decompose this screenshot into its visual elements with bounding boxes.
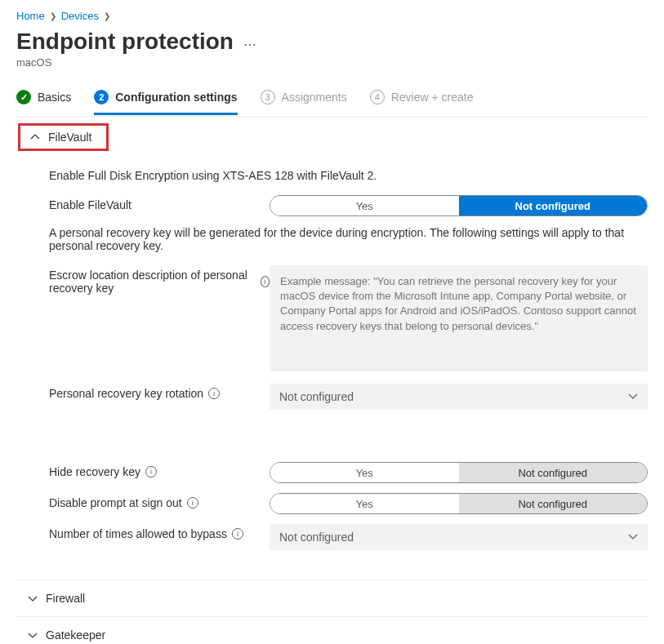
filevault-description-1: Enable Full Disk Encryption using XTS-AE… (49, 169, 648, 182)
page-subtitle: macOS (16, 56, 648, 69)
toggle-yes[interactable]: Yes (270, 196, 459, 215)
wizard-tabs: Basics 2 Configuration settings 3 Assign… (16, 90, 648, 116)
section-header-gatekeeper[interactable]: Gatekeeper (16, 616, 648, 644)
bypass-value: Not configured (279, 531, 354, 544)
step-4-icon: 4 (370, 90, 385, 104)
info-icon[interactable]: i (261, 276, 270, 287)
section-header-firewall[interactable]: Firewall (16, 580, 648, 616)
chevron-down-icon (628, 390, 638, 403)
hide-recovery-key-label: Hide recovery key (49, 465, 140, 478)
info-icon[interactable]: i (232, 528, 243, 540)
toggle-yes[interactable]: Yes (270, 463, 459, 482)
step-2-icon: 2 (94, 90, 109, 104)
breadcrumb-devices[interactable]: Devices (61, 10, 99, 22)
section-title-firewall: Firewall (46, 592, 85, 605)
section-title-filevault: FileVault (48, 131, 91, 144)
toggle-yes[interactable]: Yes (270, 494, 459, 513)
filevault-description-2: A personal recovery key will be generate… (49, 226, 648, 252)
chevron-down-icon (28, 630, 38, 640)
section-title-gatekeeper: Gatekeeper (46, 628, 105, 642)
tab-config-label: Configuration settings (115, 91, 237, 104)
disable-prompt-label: Disable prompt at sign out (49, 496, 182, 509)
rotation-select[interactable]: Not configured (270, 384, 648, 410)
info-icon[interactable]: i (145, 466, 157, 477)
info-icon[interactable]: i (208, 388, 220, 399)
toggle-not-configured[interactable]: Not configured (459, 196, 648, 215)
breadcrumb-home[interactable]: Home (16, 10, 45, 22)
toggle-not-configured[interactable]: Not configured (459, 463, 648, 482)
chevron-right-icon: ❯ (50, 11, 56, 20)
rotation-value: Not configured (279, 390, 354, 403)
bypass-select[interactable]: Not configured (270, 524, 648, 550)
tab-assign-label: Assignments (282, 91, 347, 104)
rotation-label: Personal recovery key rotation (49, 387, 203, 400)
tab-basics-label: Basics (38, 91, 71, 104)
chevron-down-icon (628, 531, 638, 544)
step-3-icon: 3 (261, 90, 275, 104)
toggle-not-configured[interactable]: Not configured (459, 494, 648, 513)
enable-filevault-label: Enable FileVault (49, 198, 131, 211)
escrow-location-textarea[interactable] (270, 265, 648, 371)
chevron-up-icon (30, 132, 40, 142)
info-icon[interactable]: i (187, 497, 198, 509)
page-title: Endpoint protection (16, 29, 234, 55)
breadcrumb: Home ❯ Devices ❯ (16, 7, 648, 25)
chevron-right-icon: ❯ (104, 11, 110, 20)
enable-filevault-toggle[interactable]: Yes Not configured (270, 195, 648, 216)
chevron-down-icon (28, 593, 38, 603)
check-icon (16, 90, 31, 104)
tab-assignments[interactable]: 3 Assignments (261, 90, 347, 115)
section-header-filevault[interactable]: FileVault (20, 125, 107, 149)
disable-prompt-toggle[interactable]: Yes Not configured (270, 493, 648, 514)
tab-review-label: Review + create (391, 91, 474, 104)
tab-configuration-settings[interactable]: 2 Configuration settings (94, 90, 237, 115)
hide-recovery-key-toggle[interactable]: Yes Not configured (270, 462, 648, 483)
tab-basics[interactable]: Basics (16, 90, 71, 115)
filevault-body: Enable Full Disk Encryption using XTS-AE… (16, 158, 648, 580)
escrow-location-label: Escrow location description of personal … (49, 269, 256, 295)
more-menu-button[interactable]: ⋯ (243, 37, 257, 52)
bypass-label: Number of times allowed to bypass (49, 527, 227, 540)
tab-review-create[interactable]: 4 Review + create (370, 90, 474, 115)
